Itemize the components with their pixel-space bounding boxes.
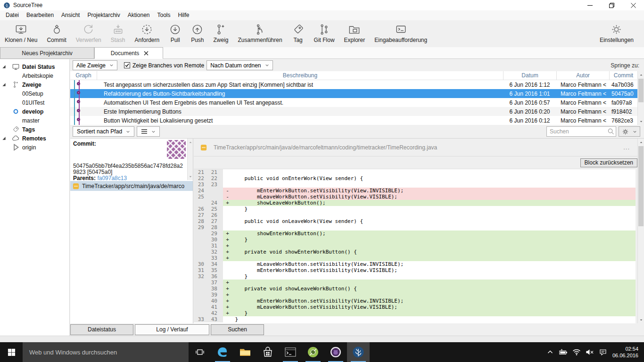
chevron-down-icon: [265, 63, 269, 67]
commit-button[interactable]: Commit: [42, 20, 71, 47]
more-options-button[interactable]: ...: [620, 144, 633, 151]
menu-item-datei[interactable]: Datei: [2, 10, 23, 20]
scroll-up-icon[interactable]: [638, 71, 644, 78]
expander-icon[interactable]: [9, 143, 22, 151]
minimize-button[interactable]: [579, 0, 601, 10]
expander-icon[interactable]: [2, 82, 9, 87]
reset-block-button[interactable]: Block zurücksetzen: [580, 158, 637, 167]
sidebar-item-tags[interactable]: Tags: [0, 125, 69, 134]
scroll-down-icon[interactable]: [188, 173, 193, 180]
taskbar-edge[interactable]: [211, 342, 234, 362]
tag-button[interactable]: Tag: [287, 20, 309, 47]
branch-filter-dropdown[interactable]: Alle Zweige: [73, 60, 117, 70]
detail-scrollbar[interactable]: [187, 139, 193, 180]
scroll-up-icon[interactable]: [188, 139, 193, 146]
sidebar-item-01uitest[interactable]: 01UITest: [0, 98, 69, 107]
wifi-icon[interactable]: [572, 348, 581, 356]
menu-item-aktionen[interactable]: Aktionen: [124, 10, 154, 20]
tab-neues-projektarchiv[interactable]: Neues Projektarchiv: [0, 47, 94, 59]
search-input[interactable]: [546, 126, 616, 137]
bottom-tab-dateistatus[interactable]: Dateistatus: [70, 324, 133, 335]
commit-row[interactable]: Refaktorierung des Button-Sichtbarkeitsh…: [70, 89, 637, 98]
eingabeaufforderung-button[interactable]: Eingabeaufforderung: [370, 20, 432, 47]
scroll-down-icon[interactable]: [638, 316, 644, 323]
taskbar-search[interactable]: Web und Windows durchsuchen: [23, 342, 189, 362]
column-header-date[interactable]: Datum: [503, 71, 556, 80]
diff-options-button[interactable]: [619, 126, 640, 137]
expander-icon[interactable]: [2, 136, 9, 141]
diff-pane: TimeTracker/app/src/main/java/de/marcofe…: [194, 139, 644, 323]
commit-detail-content: Commit: 50475a05bb7bf4ea235b5856ac7478fd…: [70, 139, 187, 180]
parent-hash-link[interactable]: fa097a8c13: [97, 175, 127, 180]
order-filter-dropdown[interactable]: Nach Datum ordnen: [206, 60, 272, 70]
view-options-dropdown[interactable]: [137, 126, 160, 137]
spacer: [2, 109, 9, 114]
restore-button[interactable]: [601, 0, 622, 10]
settings-button[interactable]: Einstellungen: [595, 20, 638, 44]
explorer-button[interactable]: Explorer: [339, 20, 370, 47]
file-item[interactable]: TimeTracker/app/src/main/java/de/marco: [70, 181, 193, 191]
git-flow-button[interactable]: Git Flow: [309, 20, 339, 47]
commit-row[interactable]: Test angepasst um sicherzustellen dass z…: [70, 80, 637, 89]
scroll-up-icon[interactable]: [638, 139, 644, 146]
sort-dropdown[interactable]: Sortiert nach Pfad: [73, 126, 134, 137]
sidebar-item-arbeitskopie[interactable]: Arbeitskopie: [0, 71, 69, 80]
file-item-path: TimeTracker/app/src/main/java/de/marco: [82, 183, 184, 189]
taskbar-clock[interactable]: 02:54 06.06.2016: [612, 346, 638, 359]
sidebar-item-develop[interactable]: develop: [0, 107, 69, 116]
volume-muted-icon[interactable]: [586, 348, 594, 356]
column-header-author[interactable]: Autor: [556, 71, 609, 80]
pull-button[interactable]: Pull: [164, 20, 186, 47]
taskbar-store[interactable]: [256, 342, 279, 362]
scrollbar-thumb[interactable]: [638, 146, 644, 226]
sidebar-item-zweige[interactable]: Zweige: [0, 80, 69, 89]
old-line-number: 21: [194, 169, 207, 175]
start-button[interactable]: [0, 342, 23, 362]
column-header-commit[interactable]: Commit: [609, 71, 637, 80]
commit-row[interactable]: Automatischen UI Test dem Ergebnis des m…: [70, 98, 637, 107]
menu-item-bearbeiten[interactable]: Bearbeiten: [23, 10, 58, 20]
taskbar-command-prompt[interactable]: [279, 342, 302, 362]
commit-row[interactable]: Button Wichtigkeit bei Lokalisierung ges…: [70, 116, 637, 125]
menu-item-hilfe[interactable]: Hilfe: [174, 10, 193, 20]
zusammenf-hren-button[interactable]: Zusammenführen: [233, 20, 287, 47]
anfordern-button[interactable]: Anfordern: [130, 20, 164, 47]
sidebar-item-origin[interactable]: origin: [0, 143, 69, 152]
show-remote-checkbox[interactable]: Zeige Branches von Remote: [124, 62, 204, 69]
column-header-graph[interactable]: Graph: [70, 71, 97, 80]
klonen-neu-button[interactable]: Klonen / Neu: [0, 20, 42, 47]
taskbar-android-studio[interactable]: [302, 342, 324, 362]
sidebar-item-00setup[interactable]: 00Setup: [0, 89, 69, 98]
task-view-button[interactable]: [189, 342, 211, 362]
bottom-tab-suchen[interactable]: Suchen: [211, 324, 264, 335]
close-button[interactable]: [622, 0, 644, 10]
scroll-down-icon[interactable]: [638, 118, 644, 125]
terminal-icon: [395, 23, 407, 36]
scrollbar-thumb[interactable]: [638, 79, 644, 102]
action-center-icon[interactable]: [599, 348, 607, 356]
commit-row[interactable]: Erste Implementierung Buttons6 Jun 2016 …: [70, 107, 637, 116]
push-button[interactable]: Push: [186, 20, 208, 47]
bottom-tab-log-verlauf[interactable]: Log / Verlauf: [135, 324, 209, 335]
taskbar-github[interactable]: [324, 342, 347, 362]
menu-item-ansicht[interactable]: Ansicht: [58, 10, 83, 20]
sidebar-item-datei-status[interactable]: Datei Status: [0, 62, 69, 71]
menu-item-tools[interactable]: Tools: [153, 10, 174, 20]
zweig-button[interactable]: Zweig: [209, 20, 233, 47]
menu-item-projektarchiv[interactable]: Projektarchiv: [83, 10, 124, 20]
column-header-description[interactable]: Beschreibung: [97, 71, 503, 80]
tray-chevron-up-icon[interactable]: [546, 348, 554, 356]
commit-table-scrollbar[interactable]: [637, 71, 644, 125]
taskbar-sourcetree[interactable]: [347, 342, 370, 362]
sidebar-item-remotes[interactable]: Remotes: [0, 134, 69, 143]
battery-icon[interactable]: [559, 348, 568, 356]
tab-documents[interactable]: Documents: [94, 47, 163, 59]
fetch-icon: [140, 23, 153, 36]
diff-line: 3135 mEnterWorkButton.setVisibility(View…: [194, 267, 636, 273]
expander-icon[interactable]: [2, 65, 9, 69]
taskbar-file-explorer[interactable]: [234, 342, 256, 362]
diff-code: }: [232, 237, 636, 243]
sidebar-item-master[interactable]: master: [0, 116, 69, 125]
monitor-icon: [9, 63, 22, 71]
diff-scrollbar[interactable]: [637, 139, 644, 323]
